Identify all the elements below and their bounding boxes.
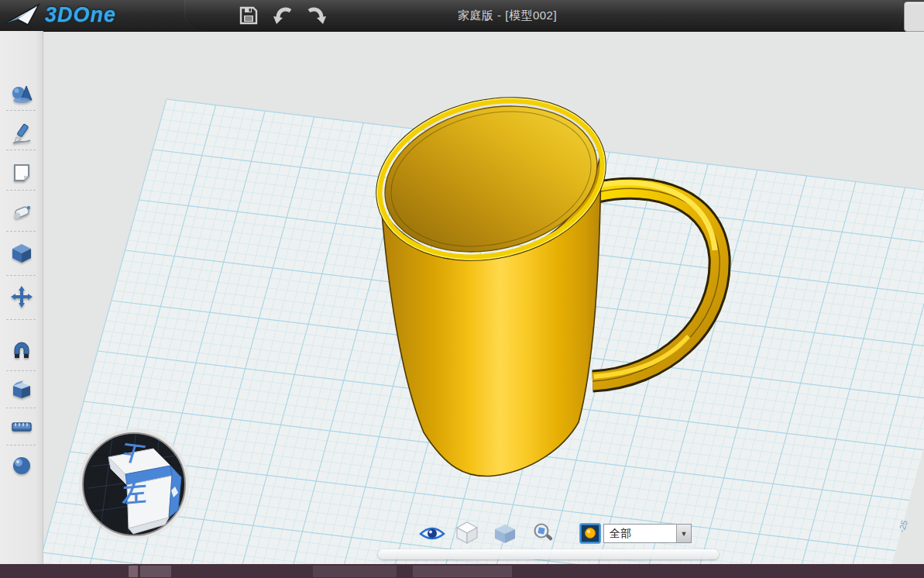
sidebar-item-surface[interactable] xyxy=(10,161,33,184)
zoom-button[interactable] xyxy=(531,522,555,544)
render-mode-button[interactable] xyxy=(579,523,601,544)
app-name: 3DOne xyxy=(45,3,116,27)
system-taskbar xyxy=(0,564,924,578)
eraser-icon xyxy=(11,202,33,224)
render-mode-icon xyxy=(579,523,601,544)
paper-plane-icon xyxy=(5,2,40,27)
toolbar-divider xyxy=(6,231,36,232)
sidebar-item-sketch[interactable] xyxy=(10,122,33,146)
view-cube[interactable]: 上 左 xyxy=(77,428,191,541)
sidebar-item-solid[interactable] xyxy=(10,242,33,265)
filter-dropdown-value: 全部 xyxy=(604,527,676,541)
app-logo: 3DOne xyxy=(5,2,116,27)
toolbar-divider xyxy=(6,110,36,111)
visibility-button[interactable] xyxy=(419,524,445,544)
sidebar-item-eraser[interactable] xyxy=(10,201,33,225)
visibility-eye-icon xyxy=(419,525,445,543)
toolbar-divider xyxy=(6,275,36,276)
open-box-icon xyxy=(11,379,33,401)
block-cube-icon xyxy=(493,524,517,544)
corner-feedback-button[interactable] xyxy=(904,2,924,32)
taskbar-item[interactable] xyxy=(413,566,512,577)
sidebar-item-move[interactable] xyxy=(10,285,33,308)
sidebar-item-magnet[interactable] xyxy=(10,341,33,364)
title-bar: 3DOne 家庭版 - [模型002] xyxy=(0,0,924,32)
collapsed-panel-handle[interactable] xyxy=(378,549,719,559)
save-floppy-icon xyxy=(239,5,259,26)
block-display-button[interactable] xyxy=(493,524,517,544)
undo-button[interactable] xyxy=(270,4,297,27)
undo-arrow-icon xyxy=(273,5,294,26)
redo-arrow-icon xyxy=(305,5,327,26)
3done-app-window: -25 xyxy=(0,0,924,578)
material-sphere-icon xyxy=(11,455,33,477)
toolbar-divider xyxy=(6,150,36,150)
toolbar-divider xyxy=(6,408,36,408)
toolbar-divider xyxy=(6,445,36,446)
redo-button[interactable] xyxy=(302,4,330,27)
toolbar-divider xyxy=(6,370,36,371)
primitive-shapes-icon xyxy=(11,83,33,105)
display-mode-button[interactable] xyxy=(455,521,479,544)
measure-ruler-icon xyxy=(11,416,33,438)
toolbar-divider xyxy=(6,319,36,320)
view-cube-front-label[interactable]: 左 xyxy=(122,477,147,511)
zoom-magnifier-icon xyxy=(531,522,555,544)
sketch-pencil-icon xyxy=(11,123,33,145)
left-toolbar xyxy=(0,31,43,578)
taskbar-item[interactable] xyxy=(129,566,138,577)
sidebar-item-primitives[interactable] xyxy=(10,82,33,105)
toolbar-divider xyxy=(6,190,36,191)
surface-sheet-icon xyxy=(11,162,33,184)
chevron-down-icon[interactable]: ▼ xyxy=(676,525,691,542)
document-title: 家庭版 - [模型002] xyxy=(364,9,651,23)
sidebar-item-openbox[interactable] xyxy=(10,378,33,401)
magnet-icon xyxy=(11,342,33,363)
sidebar-item-material[interactable] xyxy=(10,454,33,477)
taskbar-item[interactable] xyxy=(313,566,397,577)
shaded-cube-icon xyxy=(455,521,479,544)
save-button[interactable] xyxy=(235,4,263,27)
solid-cube-icon xyxy=(11,243,33,264)
taskbar-item[interactable] xyxy=(140,566,171,577)
filter-dropdown[interactable]: 全部 ▼ xyxy=(603,524,692,543)
move-arrows-icon xyxy=(11,286,33,308)
sidebar-item-measure[interactable] xyxy=(10,415,33,439)
